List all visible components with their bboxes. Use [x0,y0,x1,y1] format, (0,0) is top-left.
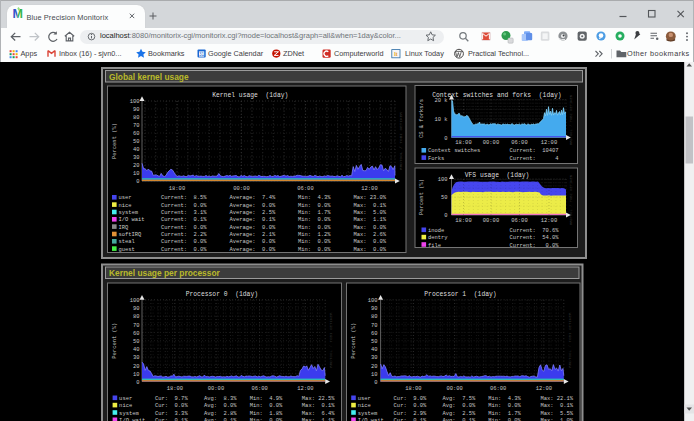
svg-text:90: 90 [133,305,140,312]
svg-text:20: 20 [133,162,140,169]
svg-text:50: 50 [371,338,378,345]
svg-text:40: 40 [133,346,140,353]
svg-text:user Cur: 9.0% Avg:: user Cur: 9.0% Avg: 7.5% Min: 4.3% Max: … [351,395,574,402]
svg-text:RRDTOOL / TOBI OETIKER: RRDTOOL / TOBI OETIKER [568,312,572,368]
svg-text:06:00: 06:00 [251,385,267,392]
svg-text:50: 50 [133,338,140,345]
svg-text:Context switches Curre: Context switches Current: 10407 [422,147,559,154]
svg-text:100: 100 [130,297,140,304]
svg-text:31: 31 [199,52,205,57]
svg-text:dentry Curre: dentry Current: 54.0% [422,234,560,241]
svg-text:40: 40 [133,146,140,153]
svg-text:100: 100 [368,297,378,304]
svg-text:80: 80 [371,313,378,320]
svg-text:Global kernel usage: Global kernel usage [109,72,189,82]
svg-text:I/O wait Current: 0.1%: I/O wait Current: 0.1% Average: 0.1% Min… [112,216,387,223]
svg-text:0: 0 [136,379,139,386]
svg-text:12:00: 12:00 [297,385,313,392]
svg-text:20: 20 [133,363,140,370]
svg-text:12:00: 12:00 [541,217,557,224]
svg-text:10: 10 [133,170,140,177]
svg-text:Percent (%): Percent (%) [350,323,357,359]
svg-text:Context switches and forks (1: Context switches and forks (1day) [432,92,561,99]
svg-text:Percent (%): Percent (%) [418,179,425,215]
svg-text:Forks Curre: Forks Current: 4 [422,155,559,162]
svg-text:30: 30 [371,354,378,361]
svg-text:system Cur: 2.9% Avg:: system Cur: 2.9% Avg: 2.5% Min: 1.7% Max… [351,410,574,417]
svg-text:Processor 1 (1day): Processor 1 (1day) [424,291,496,298]
svg-text:60: 60 [133,330,140,337]
svg-text:12:00: 12:00 [361,185,377,192]
svg-text:80: 80 [133,114,140,121]
svg-text:0: 0 [444,135,447,142]
svg-text:RRDTOOL / TOBI OETIKER: RRDTOOL / TOBI OETIKER [569,174,573,225]
svg-text:06:00: 06:00 [511,217,527,224]
svg-text:system Current: 3.1%: system Current: 3.1% Average: 2.5% Min: … [112,209,387,216]
svg-text:0: 0 [136,178,139,185]
svg-text:18:00: 18:00 [405,385,421,392]
svg-text:50: 50 [441,194,448,201]
svg-text:CS & forks/s: CS & forks/s [418,99,425,138]
svg-text:nice Cur: 0.0% Avg:: nice Cur: 0.0% Avg: 0.0% Min: 0.0% Max: … [351,402,574,409]
svg-text:user Current: 8.5%: user Current: 8.5% Average: 7.4% Min: 4.… [112,194,387,201]
svg-text:nice Current: 0.0%: nice Current: 0.0% Average: 0.0% Min: 0.… [112,202,387,209]
svg-text:00:00: 00:00 [483,217,499,224]
svg-text:90: 90 [371,305,378,312]
svg-text:IRQ Current: 0.0%: IRQ Current: 0.0% Average: 0.0% Min: 0.0… [112,224,387,231]
svg-text:steal Current: 0.0%: steal Current: 0.0% Average: 0.0% Min: 0… [112,238,387,245]
svg-text:80: 80 [133,313,140,320]
svg-text:18:00: 18:00 [167,385,183,392]
svg-text:Percent (%): Percent (%) [111,123,118,159]
svg-text:inode Curre: inode Current: 70.6% [422,227,560,234]
svg-text:user Cur: 9.7% Avg:: user Cur: 9.7% Avg: 8.3% Min: 4.9% Max: … [113,395,336,402]
svg-text:Kernel usage per processor: Kernel usage per processor [109,268,221,278]
svg-text:18:00: 18:00 [455,217,471,224]
svg-text:70: 70 [133,322,140,329]
svg-text:18:00: 18:00 [455,139,471,146]
svg-text:10 k: 10 k [434,116,447,123]
svg-text:70: 70 [133,122,140,129]
svg-text:30: 30 [133,354,140,361]
svg-text:70: 70 [371,322,378,329]
svg-text:60: 60 [371,330,378,337]
svg-text:system Cur: 3.3% Avg:: system Cur: 3.3% Avg: 2.8% Min: 1.8% Max… [113,410,336,417]
svg-text:file Curre: file Current: 0.0% [422,242,560,249]
svg-text:20: 20 [371,363,378,370]
svg-text:nice Cur: 0.0% Avg:: nice Cur: 0.0% Avg: 0.0% Min: 0.0% Max: … [113,402,336,409]
svg-text:12:00: 12:00 [536,385,552,392]
svg-text:50: 50 [133,138,140,145]
svg-text:0: 0 [444,212,447,219]
svg-text:60: 60 [133,130,140,137]
svg-text:100: 100 [130,98,140,105]
svg-text:18:00: 18:00 [169,185,185,192]
svg-text:10: 10 [133,371,140,378]
svg-text:I/O wait Cur: 0.1% Avg:: I/O wait Cur: 0.1% Avg: 0.1% Min: 0.0% M… [113,417,336,421]
svg-text:90: 90 [133,106,140,113]
svg-text:00:00: 00:00 [233,185,249,192]
svg-text:RRDTOOL / TOBI OETIKER: RRDTOOL / TOBI OETIKER [329,312,333,368]
svg-text:00:00: 00:00 [483,139,499,146]
svg-text:10: 10 [371,371,378,378]
svg-text:100: 100 [438,176,448,183]
svg-text:06:00: 06:00 [297,185,313,192]
svg-text:06:00: 06:00 [490,385,506,392]
svg-text:00:00: 00:00 [446,385,462,392]
svg-text:RRDTOOL / TOBI OETIKER: RRDTOOL / TOBI OETIKER [398,112,403,170]
svg-text:0: 0 [374,379,377,386]
svg-text:40: 40 [371,346,378,353]
svg-text:30: 30 [133,154,140,161]
svg-text:12:00: 12:00 [541,139,557,146]
svg-text:Processor 0 (1day): Processor 0 (1day) [186,291,258,298]
svg-text:lt: lt [394,51,398,57]
svg-text:VFS usage (1day): VFS usage (1day) [465,172,530,179]
svg-text:Kernel usage (1day): Kernel usage (1day) [212,92,288,99]
svg-text:00:00: 00:00 [208,385,224,392]
svg-text:softIRQ Current: 2.2%: softIRQ Current: 2.2% Average: 2.1% Min:… [112,231,387,238]
svg-text:guest Current: 0.0%: guest Current: 0.0% Average: 0.0% Min: 0… [112,246,387,253]
svg-text:06:00: 06:00 [511,139,527,146]
svg-text:Percent (%): Percent (%) [111,323,118,359]
svg-text:I/O wait Cur: 0.1% Avg:: I/O wait Cur: 0.1% Avg: 0.1% Min: 0.0% M… [351,417,574,421]
